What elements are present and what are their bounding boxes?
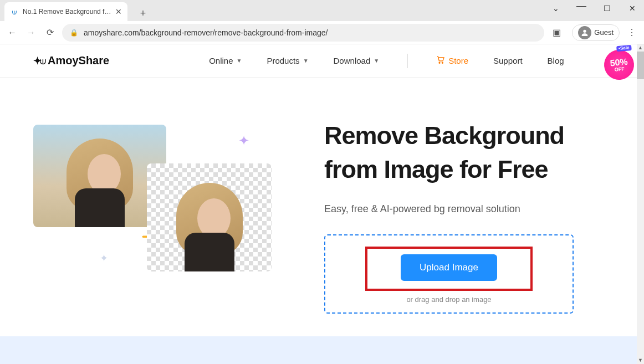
nav-online[interactable]: Online ▼ xyxy=(209,56,242,65)
close-icon[interactable]: ✕ xyxy=(624,4,641,13)
maximize-icon[interactable]: ☐ xyxy=(599,4,615,13)
menu-icon[interactable]: ⋮ xyxy=(625,26,638,39)
page-headline: Remove Background from Image for Free xyxy=(324,119,611,187)
brand-name: AmoyShare xyxy=(48,54,109,67)
browser-tab[interactable]: ⟒ No.1 Remove Background from ✕ xyxy=(4,2,127,21)
minimize-icon[interactable]: — xyxy=(573,0,590,12)
person-illustration xyxy=(61,133,139,227)
person-illustration xyxy=(171,177,248,271)
highlight-box: Upload Image xyxy=(365,247,533,291)
dropdown-icon[interactable]: ⌄ xyxy=(548,4,564,13)
chevron-down-icon: ▼ xyxy=(237,58,242,64)
sparkle-icon: ✦ xyxy=(100,252,108,264)
sale-off: OFF xyxy=(614,66,625,73)
site-logo[interactable]: ✦⟒ AmoyShare xyxy=(33,54,109,67)
svg-point-2 xyxy=(442,62,443,63)
logo-mark-icon: ✦⟒ xyxy=(33,55,44,67)
new-tab-button[interactable]: + xyxy=(135,6,151,21)
sale-tag: •Sale xyxy=(616,45,632,52)
scrollbar[interactable]: ▲ ▼ xyxy=(637,44,644,364)
upload-dropzone[interactable]: Upload Image or drag and drop an image xyxy=(324,234,574,314)
window-controls: ⌄ — ☐ ✕ xyxy=(548,2,641,14)
svg-point-0 xyxy=(584,29,586,32)
address-bar[interactable]: 🔒 amoyshare.com/background-remover/remov… xyxy=(62,24,544,42)
nav-products[interactable]: Products ▼ xyxy=(267,56,308,65)
tab-title: No.1 Remove Background from xyxy=(23,8,111,16)
scrollbar-thumb[interactable] xyxy=(637,52,644,79)
hero-section: ✦ ✦ ➜ Remove Background from Image for F… xyxy=(0,78,644,314)
hero-visual: ✦ ✦ ➜ xyxy=(33,119,294,314)
scroll-down-icon[interactable]: ▼ xyxy=(637,357,644,364)
nav-download[interactable]: Download ▼ xyxy=(334,56,380,65)
panel-icon[interactable]: ▣ xyxy=(550,26,563,39)
svg-point-1 xyxy=(439,62,440,63)
main-nav: Online ▼ Products ▼ Download ▼ Store Sup… xyxy=(209,54,616,68)
nav-row: ← → ⟳ 🔒 amoyshare.com/background-remover… xyxy=(0,21,644,44)
browser-chrome: ⌄ — ☐ ✕ ⟒ No.1 Remove Background from ✕ … xyxy=(0,0,644,44)
cart-icon xyxy=(436,55,445,66)
chevron-down-icon: ▼ xyxy=(303,58,309,64)
site-header: ✦⟒ AmoyShare Online ▼ Products ▼ Downloa… xyxy=(0,44,644,78)
after-image xyxy=(147,163,272,271)
nav-support[interactable]: Support xyxy=(493,56,523,65)
upload-button[interactable]: Upload Image xyxy=(401,254,497,281)
back-button[interactable]: ← xyxy=(6,26,19,39)
chevron-down-icon: ▼ xyxy=(374,58,379,64)
forward-button[interactable]: → xyxy=(24,26,38,39)
favicon-icon: ⟒ xyxy=(10,7,19,16)
avatar-icon xyxy=(578,26,591,39)
reload-button[interactable]: ⟳ xyxy=(43,26,57,39)
footer-band xyxy=(0,336,637,364)
page-subhead: Easy, free & AI-powered bg removal solut… xyxy=(324,203,611,215)
nav-blog[interactable]: Blog xyxy=(548,56,564,65)
hero-content: Remove Background from Image for Free Ea… xyxy=(324,119,611,314)
scroll-up-icon[interactable]: ▲ xyxy=(637,44,644,52)
lock-icon: 🔒 xyxy=(70,29,78,37)
nav-store[interactable]: Store xyxy=(436,55,468,66)
sparkle-icon: ✦ xyxy=(238,133,249,148)
tab-close-icon[interactable]: ✕ xyxy=(115,7,122,16)
profile-label: Guest xyxy=(594,28,614,37)
profile-button[interactable]: Guest xyxy=(572,24,620,41)
before-image xyxy=(33,125,166,227)
drag-hint: or drag and drop an image xyxy=(406,295,491,304)
nav-divider xyxy=(407,54,408,68)
url-text: amoyshare.com/background-remover/remove-… xyxy=(84,28,328,37)
